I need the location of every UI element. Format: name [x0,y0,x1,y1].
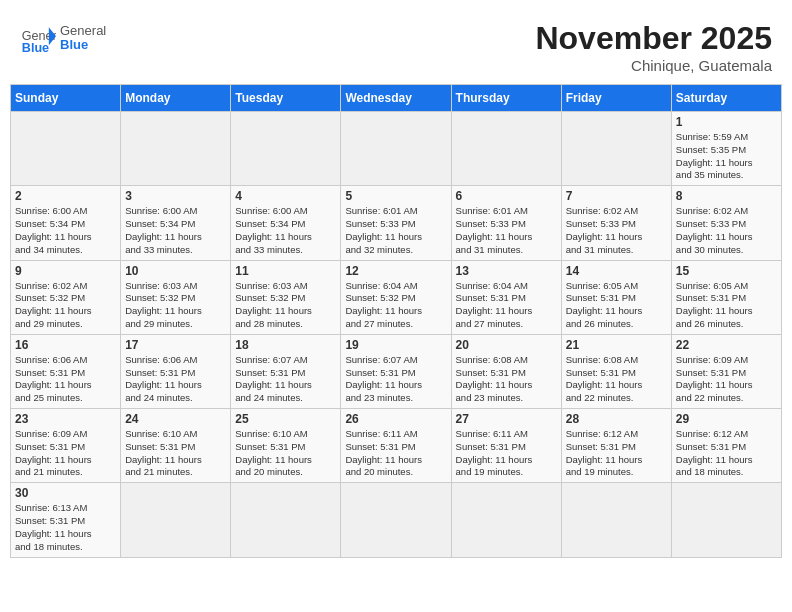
day-number: 17 [125,338,226,352]
day-number: 12 [345,264,446,278]
day-number: 11 [235,264,336,278]
cell-sun-info: Sunrise: 6:10 AM Sunset: 5:31 PM Dayligh… [235,428,336,479]
day-number: 13 [456,264,557,278]
day-number: 19 [345,338,446,352]
calendar-cell: 23Sunrise: 6:09 AM Sunset: 5:31 PM Dayli… [11,409,121,483]
calendar-cell: 4Sunrise: 6:00 AM Sunset: 5:34 PM Daylig… [231,186,341,260]
logo-general-text: General [60,24,106,38]
calendar-cell: 22Sunrise: 6:09 AM Sunset: 5:31 PM Dayli… [671,334,781,408]
cell-sun-info: Sunrise: 6:10 AM Sunset: 5:31 PM Dayligh… [125,428,226,479]
cell-sun-info: Sunrise: 6:11 AM Sunset: 5:31 PM Dayligh… [345,428,446,479]
calendar-cell: 17Sunrise: 6:06 AM Sunset: 5:31 PM Dayli… [121,334,231,408]
calendar-cell: 6Sunrise: 6:01 AM Sunset: 5:33 PM Daylig… [451,186,561,260]
cell-sun-info: Sunrise: 6:05 AM Sunset: 5:31 PM Dayligh… [566,280,667,331]
cell-sun-info: Sunrise: 6:02 AM Sunset: 5:33 PM Dayligh… [566,205,667,256]
cell-sun-info: Sunrise: 6:00 AM Sunset: 5:34 PM Dayligh… [125,205,226,256]
cell-sun-info: Sunrise: 6:04 AM Sunset: 5:32 PM Dayligh… [345,280,446,331]
calendar-cell: 8Sunrise: 6:02 AM Sunset: 5:33 PM Daylig… [671,186,781,260]
calendar-week-row: 16Sunrise: 6:06 AM Sunset: 5:31 PM Dayli… [11,334,782,408]
calendar-cell: 10Sunrise: 6:03 AM Sunset: 5:32 PM Dayli… [121,260,231,334]
calendar-cell [341,483,451,557]
calendar-week-row: 2Sunrise: 6:00 AM Sunset: 5:34 PM Daylig… [11,186,782,260]
calendar-cell: 19Sunrise: 6:07 AM Sunset: 5:31 PM Dayli… [341,334,451,408]
calendar-cell: 9Sunrise: 6:02 AM Sunset: 5:32 PM Daylig… [11,260,121,334]
cell-sun-info: Sunrise: 6:08 AM Sunset: 5:31 PM Dayligh… [456,354,557,405]
calendar-cell: 16Sunrise: 6:06 AM Sunset: 5:31 PM Dayli… [11,334,121,408]
location-text: Chinique, Guatemala [535,57,772,74]
calendar-cell: 18Sunrise: 6:07 AM Sunset: 5:31 PM Dayli… [231,334,341,408]
calendar-cell: 14Sunrise: 6:05 AM Sunset: 5:31 PM Dayli… [561,260,671,334]
day-number: 7 [566,189,667,203]
calendar-cell: 25Sunrise: 6:10 AM Sunset: 5:31 PM Dayli… [231,409,341,483]
day-header-saturday: Saturday [671,85,781,112]
day-number: 1 [676,115,777,129]
calendar-cell: 26Sunrise: 6:11 AM Sunset: 5:31 PM Dayli… [341,409,451,483]
day-number: 24 [125,412,226,426]
logo-blue-text: Blue [60,38,106,52]
day-number: 25 [235,412,336,426]
calendar-week-row: 1Sunrise: 5:59 AM Sunset: 5:35 PM Daylig… [11,112,782,186]
page-header: General Blue General Blue November 2025 … [10,10,782,79]
day-number: 15 [676,264,777,278]
day-number: 20 [456,338,557,352]
calendar-cell: 29Sunrise: 6:12 AM Sunset: 5:31 PM Dayli… [671,409,781,483]
calendar-week-row: 30Sunrise: 6:13 AM Sunset: 5:31 PM Dayli… [11,483,782,557]
cell-sun-info: Sunrise: 6:03 AM Sunset: 5:32 PM Dayligh… [125,280,226,331]
cell-sun-info: Sunrise: 6:02 AM Sunset: 5:32 PM Dayligh… [15,280,116,331]
calendar-cell: 12Sunrise: 6:04 AM Sunset: 5:32 PM Dayli… [341,260,451,334]
day-number: 29 [676,412,777,426]
cell-sun-info: Sunrise: 6:08 AM Sunset: 5:31 PM Dayligh… [566,354,667,405]
calendar-cell [561,483,671,557]
calendar-cell [451,112,561,186]
day-header-wednesday: Wednesday [341,85,451,112]
cell-sun-info: Sunrise: 6:09 AM Sunset: 5:31 PM Dayligh… [15,428,116,479]
days-header-row: SundayMondayTuesdayWednesdayThursdayFrid… [11,85,782,112]
day-number: 26 [345,412,446,426]
day-number: 22 [676,338,777,352]
calendar-cell [561,112,671,186]
calendar-cell: 28Sunrise: 6:12 AM Sunset: 5:31 PM Dayli… [561,409,671,483]
calendar-cell: 7Sunrise: 6:02 AM Sunset: 5:33 PM Daylig… [561,186,671,260]
calendar-cell: 21Sunrise: 6:08 AM Sunset: 5:31 PM Dayli… [561,334,671,408]
cell-sun-info: Sunrise: 5:59 AM Sunset: 5:35 PM Dayligh… [676,131,777,182]
month-title: November 2025 [535,20,772,57]
day-number: 3 [125,189,226,203]
day-number: 2 [15,189,116,203]
cell-sun-info: Sunrise: 6:00 AM Sunset: 5:34 PM Dayligh… [15,205,116,256]
calendar-week-row: 23Sunrise: 6:09 AM Sunset: 5:31 PM Dayli… [11,409,782,483]
calendar-week-row: 9Sunrise: 6:02 AM Sunset: 5:32 PM Daylig… [11,260,782,334]
day-number: 5 [345,189,446,203]
day-number: 28 [566,412,667,426]
calendar-cell: 2Sunrise: 6:00 AM Sunset: 5:34 PM Daylig… [11,186,121,260]
day-header-tuesday: Tuesday [231,85,341,112]
cell-sun-info: Sunrise: 6:00 AM Sunset: 5:34 PM Dayligh… [235,205,336,256]
day-number: 9 [15,264,116,278]
cell-sun-info: Sunrise: 6:12 AM Sunset: 5:31 PM Dayligh… [676,428,777,479]
calendar-cell: 1Sunrise: 5:59 AM Sunset: 5:35 PM Daylig… [671,112,781,186]
cell-sun-info: Sunrise: 6:01 AM Sunset: 5:33 PM Dayligh… [345,205,446,256]
day-number: 10 [125,264,226,278]
calendar-cell: 3Sunrise: 6:00 AM Sunset: 5:34 PM Daylig… [121,186,231,260]
logo-icon: General Blue [20,20,56,56]
day-number: 4 [235,189,336,203]
calendar-cell [121,112,231,186]
cell-sun-info: Sunrise: 6:01 AM Sunset: 5:33 PM Dayligh… [456,205,557,256]
cell-sun-info: Sunrise: 6:06 AM Sunset: 5:31 PM Dayligh… [15,354,116,405]
calendar-cell: 30Sunrise: 6:13 AM Sunset: 5:31 PM Dayli… [11,483,121,557]
day-number: 16 [15,338,116,352]
day-header-friday: Friday [561,85,671,112]
calendar-cell [231,483,341,557]
calendar-cell: 15Sunrise: 6:05 AM Sunset: 5:31 PM Dayli… [671,260,781,334]
cell-sun-info: Sunrise: 6:09 AM Sunset: 5:31 PM Dayligh… [676,354,777,405]
cell-sun-info: Sunrise: 6:05 AM Sunset: 5:31 PM Dayligh… [676,280,777,331]
day-number: 18 [235,338,336,352]
cell-sun-info: Sunrise: 6:07 AM Sunset: 5:31 PM Dayligh… [345,354,446,405]
calendar-cell: 13Sunrise: 6:04 AM Sunset: 5:31 PM Dayli… [451,260,561,334]
cell-sun-info: Sunrise: 6:02 AM Sunset: 5:33 PM Dayligh… [676,205,777,256]
calendar-cell [341,112,451,186]
svg-text:Blue: Blue [22,41,49,55]
day-header-sunday: Sunday [11,85,121,112]
day-number: 14 [566,264,667,278]
day-number: 6 [456,189,557,203]
calendar-table: SundayMondayTuesdayWednesdayThursdayFrid… [10,84,782,558]
